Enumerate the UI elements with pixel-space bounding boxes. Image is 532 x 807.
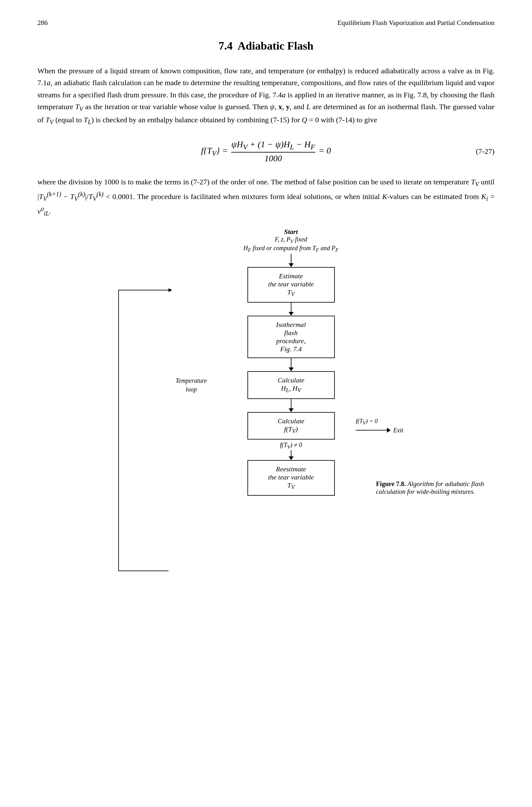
box4-line1: Calculate — [278, 417, 305, 425]
box2-line1: Isothermal — [276, 321, 306, 328]
box4-container: Calculate f(TV) f(TV) = 0 Exit — [247, 412, 335, 440]
body-paragraph-2: where the division by 1000 is to make th… — [37, 176, 495, 218]
arrow-3 — [289, 358, 293, 371]
chapter-title: Equilibrium Flash Vaporization and Parti… — [337, 19, 495, 27]
box4-line2: f(TV) — [284, 425, 298, 433]
section-title: Adiabatic Flash — [238, 40, 313, 52]
start-sub1: F, z, PV fixed — [243, 236, 339, 245]
equation-number: (7-27) — [476, 147, 495, 156]
box-isothermal: Isothermal flash procedure, Fig. 7.4 — [247, 316, 335, 358]
equation-content: f{TV} = ψHV + (1 − ψ)HL − HF 1000 = 0 — [201, 139, 331, 164]
exit-label: Exit — [393, 427, 403, 434]
f-neq-label: f(TV) ≠ 0 — [280, 441, 302, 450]
box5-line1: Reestimate — [276, 465, 306, 473]
equation-numerator: ψHV + (1 − ψ)HL − HF — [231, 139, 315, 153]
box5-line2: the tear variable — [268, 473, 314, 481]
arrow-head-1 — [289, 263, 293, 267]
box1-line1: Estimate — [279, 272, 303, 280]
start-text: Start — [243, 228, 339, 236]
arrow-1 — [289, 254, 293, 267]
start-label: Start F, z, PV fixed HF fixed or compute… — [243, 228, 339, 253]
figure-caption: Figure 7.8. Algorithm for adiabatic flas… — [376, 480, 495, 496]
box-calculate-f: Calculate f(TV) — [247, 412, 335, 440]
flowchart-center: Start F, z, PV fixed HF fixed or compute… — [88, 228, 495, 496]
box1-line3: TV — [287, 288, 294, 296]
caption-bold: Figure 7.8. — [376, 480, 406, 487]
section-number: 7.4 — [218, 40, 232, 52]
arrow-5 — [289, 450, 293, 460]
box-estimate: Estimate the tear variable TV — [247, 267, 335, 303]
equation-fraction: ψHV + (1 − ψ)HL − HF 1000 — [231, 139, 315, 164]
box2-line4: Fig. 7.4 — [280, 345, 302, 353]
page-header: 286 Equilibrium Flash Vaporization and P… — [37, 19, 495, 27]
arrow-2 — [289, 303, 293, 316]
box5-line3: TV — [287, 481, 294, 489]
equation-denominator: 1000 — [264, 153, 282, 164]
box2-line3: procedure, — [276, 337, 305, 345]
section-heading: 7.4 Adiabatic Flash — [37, 39, 495, 52]
box-reestimate: Reestimate the tear variable TV — [247, 460, 335, 496]
exit-branch: f(TV) = 0 Exit — [356, 418, 403, 434]
exit-arrow-row: Exit — [356, 427, 403, 434]
box1-line2: the tear variable — [268, 280, 314, 288]
flowchart-section: Start F, z, PV fixed HF fixed or compute… — [37, 228, 495, 496]
arrow-4 — [289, 399, 293, 412]
box5-container: Reestimate the tear variable TV — [247, 460, 335, 496]
box3-line1: Calculate — [278, 376, 305, 384]
body-paragraph-1: When the pressure of a liquid stream of … — [37, 65, 495, 127]
page-number: 286 — [37, 19, 48, 27]
equation-block: f{TV} = ψHV + (1 − ψ)HL − HF 1000 = 0 (7… — [37, 139, 495, 164]
box3-line2: HL, HV — [281, 384, 301, 392]
box-calculate-h: Calculate HL, HV — [247, 371, 335, 399]
temperature-loop-label: Temperatureloop — [176, 376, 207, 394]
start-sub2: HF fixed or computed from TF and PF — [243, 245, 339, 253]
arrow-line-1 — [291, 254, 291, 263]
f-eq-label: f(TV) = 0 — [356, 418, 378, 426]
box3-container: Temperatureloop Calculate HL, HV — [247, 371, 335, 399]
box2-line2: flash — [284, 329, 298, 337]
